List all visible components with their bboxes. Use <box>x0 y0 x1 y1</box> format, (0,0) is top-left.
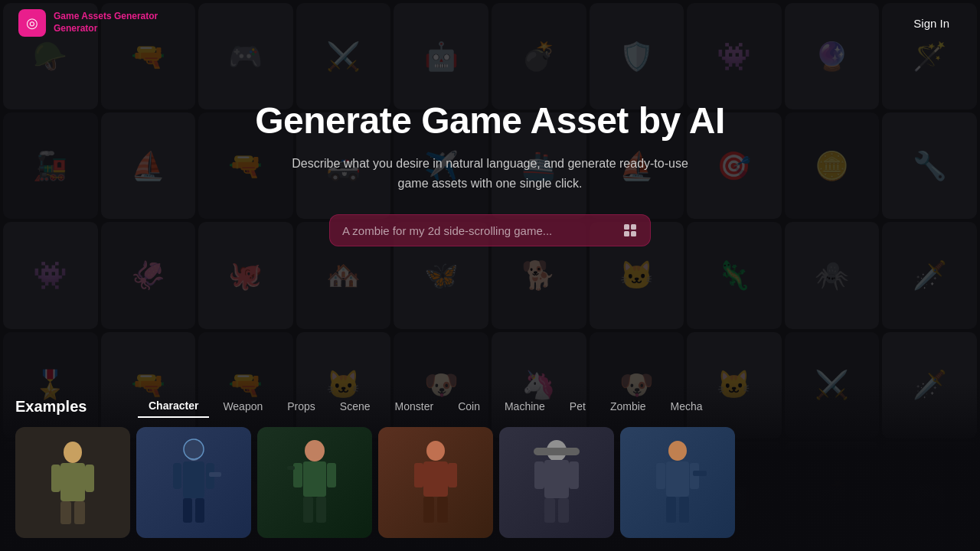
svg-rect-20 <box>293 463 302 487</box>
svg-rect-36 <box>544 498 555 523</box>
svg-rect-34 <box>534 461 544 489</box>
tab-machine[interactable]: Machine <box>494 396 556 417</box>
character-figure <box>42 437 103 529</box>
svg-rect-15 <box>183 498 192 523</box>
tab-coin[interactable]: Coin <box>447 396 491 417</box>
svg-rect-1 <box>631 224 636 230</box>
logo: ◎ Game Assets Generator Generator <box>18 9 158 37</box>
svg-rect-29 <box>423 497 434 523</box>
tab-props[interactable]: Props <box>276 396 326 417</box>
examples-row <box>15 427 965 546</box>
svg-rect-3 <box>631 231 636 236</box>
svg-point-25 <box>426 441 445 461</box>
character-figure <box>405 437 466 529</box>
svg-rect-0 <box>624 224 629 230</box>
svg-rect-22 <box>303 497 313 523</box>
svg-rect-2 <box>624 231 629 236</box>
tab-monster[interactable]: Monster <box>384 396 445 417</box>
example-card[interactable] <box>620 427 735 538</box>
svg-point-4 <box>64 442 82 463</box>
character-figure <box>163 437 224 529</box>
tab-character[interactable]: Character <box>138 395 209 418</box>
header: ◎ Game Assets Generator Generator Sign I… <box>0 0 980 46</box>
search-button[interactable] <box>622 223 638 238</box>
svg-rect-40 <box>656 463 665 489</box>
example-card[interactable] <box>499 427 614 538</box>
tab-weapon[interactable]: Weapon <box>212 396 273 417</box>
generate-icon <box>622 223 638 238</box>
examples-label: Examples <box>15 398 107 416</box>
svg-rect-19 <box>303 461 326 497</box>
svg-rect-16 <box>195 498 204 523</box>
svg-rect-37 <box>558 498 569 523</box>
hero-subtitle: Describe what you desire in natural lang… <box>276 154 704 193</box>
sign-in-button[interactable]: Sign In <box>901 11 962 36</box>
logo-text: Game Assets Generator Generator <box>54 11 158 34</box>
svg-rect-30 <box>437 497 448 523</box>
svg-rect-9 <box>74 501 85 524</box>
example-card[interactable] <box>257 427 372 538</box>
svg-point-38 <box>668 441 687 461</box>
svg-rect-21 <box>327 463 336 487</box>
character-figure <box>647 437 708 529</box>
character-figure <box>284 437 345 529</box>
svg-rect-26 <box>423 461 448 497</box>
svg-rect-44 <box>693 471 707 476</box>
svg-rect-8 <box>60 501 71 524</box>
svg-rect-28 <box>448 463 457 487</box>
svg-rect-6 <box>51 465 60 492</box>
svg-rect-12 <box>183 461 204 498</box>
search-bar <box>329 214 651 246</box>
tab-mecha[interactable]: Mecha <box>660 396 714 417</box>
svg-rect-17 <box>209 472 221 477</box>
tab-scene[interactable]: Scene <box>329 396 381 417</box>
tab-pet[interactable]: Pet <box>559 396 596 417</box>
tabs-nav: Character Weapon Props Scene Monster Coi… <box>138 395 714 418</box>
svg-rect-43 <box>679 497 689 523</box>
examples-section: Examples Character Weapon Props Scene Mo… <box>0 383 980 551</box>
svg-rect-42 <box>666 497 676 523</box>
search-input[interactable] <box>342 224 615 237</box>
example-card[interactable] <box>15 427 130 538</box>
svg-rect-39 <box>666 461 689 497</box>
svg-rect-32 <box>534 448 580 455</box>
examples-header: Examples Character Weapon Props Scene Mo… <box>15 383 965 427</box>
svg-rect-23 <box>316 497 326 523</box>
tab-zombie[interactable]: Zombie <box>599 396 657 417</box>
example-card[interactable] <box>136 427 251 538</box>
hero-title: Generate Game Asset by AI <box>255 99 725 142</box>
svg-rect-24 <box>287 466 295 470</box>
example-card[interactable] <box>378 427 493 538</box>
svg-rect-27 <box>414 463 423 487</box>
svg-rect-7 <box>85 465 94 492</box>
svg-point-18 <box>305 440 325 461</box>
svg-rect-5 <box>60 463 85 501</box>
hero-section: Generate Game Asset by AI Describe what … <box>0 99 980 246</box>
svg-rect-33 <box>544 460 569 498</box>
svg-rect-13 <box>173 463 181 489</box>
svg-rect-35 <box>569 461 579 489</box>
logo-icon: ◎ <box>18 9 46 37</box>
svg-point-11 <box>184 439 204 459</box>
character-figure <box>526 437 587 529</box>
